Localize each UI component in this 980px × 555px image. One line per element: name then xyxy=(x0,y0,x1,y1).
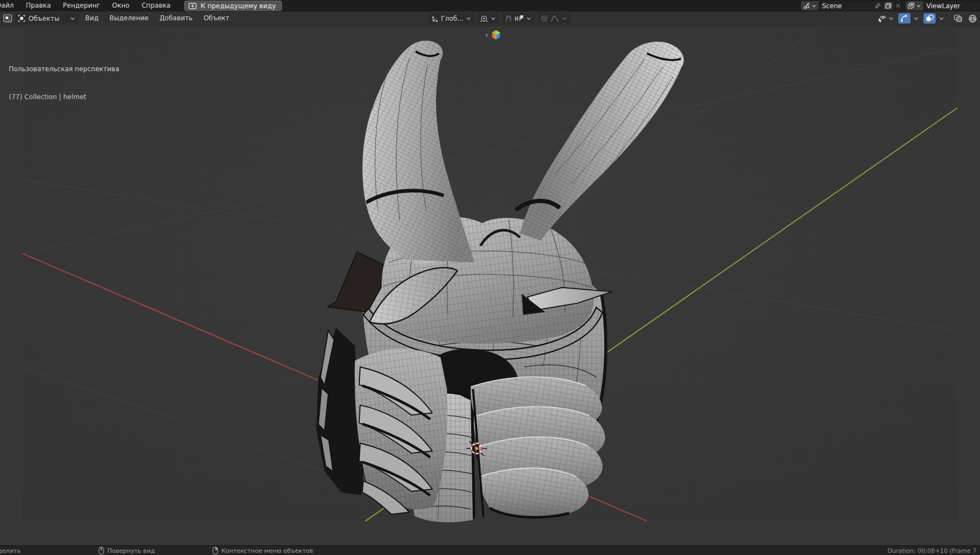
gizmo-arc-icon xyxy=(900,14,909,22)
chevron-down-icon xyxy=(913,17,920,20)
viewport-header: Объекты Вид Выделение Добавить Объект Гл… xyxy=(0,12,980,26)
magnet-icon[interactable] xyxy=(505,15,513,22)
chevron-down-icon xyxy=(938,17,945,20)
viewlayer-icon xyxy=(908,2,915,9)
chevron-down-icon xyxy=(490,17,497,20)
close-icon[interactable] xyxy=(896,3,901,8)
proportional-editing-icon[interactable] xyxy=(540,15,548,22)
hint-context-menu: Контекстное меню объектов xyxy=(213,546,313,555)
chevron-down-icon xyxy=(916,4,921,8)
pin-icon[interactable] xyxy=(875,3,881,9)
viewport-canvas[interactable]: Пользовательская перспектива (77) Collec… xyxy=(0,25,980,545)
overlays-dropdown[interactable] xyxy=(936,13,947,24)
hint-rotate-view: Повернуть вид xyxy=(99,546,155,555)
view-layer-browse-button[interactable] xyxy=(906,1,923,10)
operator-panel-collapsed[interactable]: › xyxy=(485,30,501,40)
mode-selector[interactable]: Объекты xyxy=(15,13,78,24)
overlays-toggle[interactable] xyxy=(924,13,936,24)
pivot-point-selector[interactable] xyxy=(478,13,499,24)
object-mode-icon xyxy=(18,15,25,22)
back-to-previous-view-button[interactable]: К предыдущему виду xyxy=(184,1,282,11)
xray-icon xyxy=(954,14,962,22)
new-scene-button[interactable] xyxy=(884,2,892,9)
mode-selector-label: Объекты xyxy=(28,15,59,22)
scene-icon xyxy=(803,2,811,9)
topbar: Файл Правка Рендеринг Окно Справка К пре… xyxy=(0,0,980,12)
transform-orientation-selector[interactable]: Глоб... xyxy=(429,13,474,24)
menu-render[interactable]: Рендеринг xyxy=(57,0,106,12)
gizmos-dropdown[interactable] xyxy=(911,13,921,24)
view-layer-selector[interactable]: ViewLayer xyxy=(906,1,980,10)
back-button-label: К предыдущему виду xyxy=(200,2,276,10)
scene-name[interactable]: Scene xyxy=(822,2,842,10)
view-name-label: Пользовательская перспектива xyxy=(9,65,119,74)
chevron-down-icon xyxy=(70,17,75,20)
mouse-middle-icon xyxy=(99,547,104,554)
hint-select: Выделить xyxy=(0,546,21,555)
menu-window[interactable]: Окно xyxy=(106,0,136,12)
duration-readout: Duration: 00:08+10 (Frame 7 xyxy=(887,546,976,555)
viewport-display-tools xyxy=(876,13,979,24)
overlays-icon xyxy=(925,14,934,22)
pivot-point-icon xyxy=(480,15,488,22)
scene-selector[interactable]: Scene xyxy=(801,1,904,10)
screen-back-icon xyxy=(188,3,197,9)
chevron-down-icon xyxy=(812,4,816,8)
active-object-label: (77) Collection | helmet xyxy=(9,93,119,102)
wireframe-sphere-icon xyxy=(968,14,977,23)
visibility-eye-cursor-icon xyxy=(878,14,887,22)
editor-type-button[interactable] xyxy=(0,13,14,24)
expand-chevron-icon[interactable]: › xyxy=(485,31,488,39)
orientation-label: Глоб... xyxy=(441,15,463,22)
object-visibility-dropdown[interactable] xyxy=(876,13,896,24)
menu-view[interactable]: Вид xyxy=(79,12,104,25)
chevron-down-icon xyxy=(525,17,532,20)
gizmos-toggle[interactable] xyxy=(898,13,910,24)
rainbow-cube-icon xyxy=(491,30,501,40)
transform-tools: Глоб... xyxy=(429,13,570,24)
proportional-editing-group[interactable] xyxy=(538,13,570,24)
viewport-scene xyxy=(0,25,980,545)
chevron-down-icon xyxy=(561,17,568,20)
chevron-down-icon xyxy=(465,17,472,20)
statusbar: Выделить Повернуть вид Контекстное меню … xyxy=(0,545,980,555)
snap-increment-icon[interactable] xyxy=(514,15,524,22)
shading-wireframe-button[interactable] xyxy=(966,13,979,24)
viewport-info-text: Пользовательская перспектива (77) Collec… xyxy=(9,46,119,121)
editor-3d-viewport-icon xyxy=(3,14,12,22)
chevron-down-icon xyxy=(887,17,895,20)
menu-select[interactable]: Выделение xyxy=(104,12,154,25)
mouse-right-icon xyxy=(213,547,218,554)
falloff-curve-icon[interactable] xyxy=(550,15,559,22)
menu-add[interactable]: Добавить xyxy=(154,12,198,25)
view-layer-name[interactable]: ViewLayer xyxy=(926,2,960,10)
menu-help[interactable]: Справка xyxy=(135,0,176,12)
scene-browse-button[interactable] xyxy=(801,1,818,10)
menu-object[interactable]: Объект xyxy=(198,12,235,25)
orientation-axes-icon xyxy=(431,15,439,22)
menu-edit[interactable]: Правка xyxy=(20,0,57,12)
snapping-group[interactable] xyxy=(502,13,535,24)
menu-file[interactable]: Файл xyxy=(0,0,20,12)
xray-toggle[interactable] xyxy=(952,13,964,24)
